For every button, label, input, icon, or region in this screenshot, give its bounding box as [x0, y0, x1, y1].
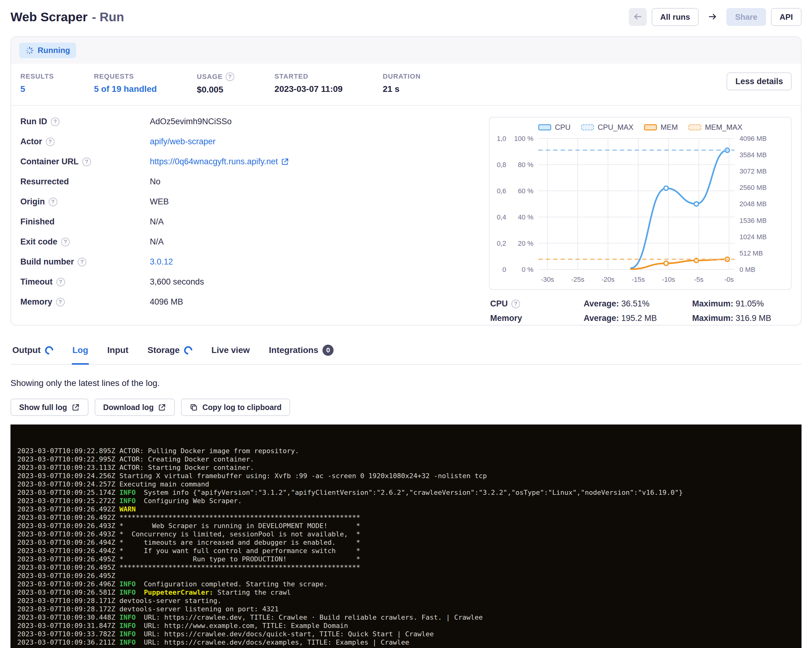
all-runs-button[interactable]: All runs — [652, 8, 699, 26]
help-icon[interactable] — [61, 238, 70, 246]
stat-value: 21 s — [383, 84, 420, 94]
log-line: 2023-03-07T10:09:22.995Z ACTOR: Creating… — [17, 455, 795, 464]
log-line: 2023-03-07T10:09:28.172Z devtools-server… — [17, 605, 795, 613]
help-icon[interactable] — [46, 137, 55, 146]
log-terminal[interactable]: 2023-03-07T10:09:22.895Z ACTOR: Pulling … — [11, 424, 801, 648]
detail-link-build-number[interactable]: 3.0.12 — [150, 257, 173, 267]
log-notice: Showing only the latest lines of the log… — [11, 378, 801, 388]
actor-name: Web Scraper — [11, 10, 87, 24]
stat-value[interactable]: 5 — [20, 84, 54, 94]
external-link-icon — [281, 157, 289, 166]
next-run-button[interactable] — [704, 8, 721, 26]
svg-text:100 %: 100 % — [514, 135, 533, 142]
run-subtitle: - Run — [92, 10, 124, 24]
detail-row: Exit codeN/A — [20, 237, 483, 247]
log-actions: Show full log Download log Copy log to c… — [11, 399, 801, 416]
log-line: 2023-03-07T10:09:26.581Z INFO PuppeteerC… — [17, 588, 795, 596]
help-icon[interactable] — [49, 198, 57, 206]
run-details-list: Run IDAdOz5evimh9NCiSSoActorapify/web-sc… — [20, 117, 483, 323]
detail-row: Run IDAdOz5evimh9NCiSSo — [20, 117, 483, 127]
help-icon[interactable] — [56, 298, 65, 306]
svg-text:0,6: 0,6 — [497, 187, 506, 195]
detail-label: Timeout — [20, 277, 150, 287]
svg-text:60 %: 60 % — [518, 187, 533, 195]
memory-metrics-label: Memory — [490, 314, 583, 323]
legend-item-cpu: CPU — [538, 123, 571, 132]
help-icon[interactable] — [82, 157, 91, 166]
status-badge-label: Running — [38, 46, 70, 55]
tab-live-view[interactable]: Live view — [211, 343, 250, 365]
log-line: 2023-03-07T10:09:22.895Z ACTOR: Pulling … — [17, 447, 795, 455]
stat-started: STARTED2023-03-07 11:09 — [274, 72, 342, 95]
stat-results: RESULTS5 — [20, 72, 54, 95]
legend-label: CPU — [555, 123, 571, 132]
detail-label: Build number — [20, 257, 150, 267]
stat-label: USAGE — [197, 72, 235, 81]
log-line: 2023-03-07T10:09:24.257Z Executing main … — [17, 480, 795, 488]
svg-text:3584 MB: 3584 MB — [740, 151, 767, 159]
log-line: 2023-03-07T10:09:26.495Z * Run type to P… — [17, 555, 795, 563]
detail-link-container-url[interactable]: https://0q64wnacgyft.runs.apify.net — [150, 157, 289, 166]
detail-row: Container URLhttps://0q64wnacgyft.runs.a… — [20, 157, 483, 166]
svg-text:40 %: 40 % — [518, 213, 533, 221]
detail-row: Timeout3,600 seconds — [20, 277, 483, 287]
help-icon[interactable] — [78, 258, 86, 266]
detail-value: N/A — [150, 217, 164, 227]
stat-value[interactable]: 5 of 19 handled — [94, 84, 157, 94]
detail-label: Memory — [20, 297, 150, 307]
share-button[interactable]: Share — [726, 8, 766, 26]
tab-log[interactable]: Log — [72, 343, 89, 365]
svg-text:2048 MB: 2048 MB — [740, 200, 767, 208]
tab-label: Input — [107, 345, 128, 355]
svg-text:-30s: -30s — [541, 276, 554, 283]
legend-swatch — [538, 124, 551, 130]
help-icon[interactable] — [56, 278, 65, 287]
legend-item-cpu-max: CPU_MAX — [581, 123, 633, 132]
run-details-section: Run IDAdOz5evimh9NCiSSoActorapify/web-sc… — [11, 105, 801, 325]
previous-run-button[interactable] — [629, 8, 647, 26]
detail-value: No — [150, 177, 160, 186]
detail-label: Run ID — [20, 117, 150, 127]
detail-label: Exit code — [20, 237, 150, 247]
detail-value: 3,600 seconds — [150, 277, 204, 287]
tab-output[interactable]: Output — [12, 343, 54, 365]
tab-storage[interactable]: Storage — [147, 343, 193, 365]
detail-row: ResurrectedNo — [20, 177, 483, 186]
run-stats: RESULTS5REQUESTS5 of 19 handledUSAGE$0.0… — [20, 72, 421, 95]
detail-link-actor[interactable]: apify/web-scraper — [150, 137, 215, 146]
copy-log-button[interactable]: Copy log to clipboard — [181, 399, 290, 416]
help-icon[interactable] — [51, 117, 60, 126]
run-tabs: OutputLogInputStorageLive viewIntegratio… — [11, 343, 801, 365]
log-line: 2023-03-07T10:09:26.495Z ***************… — [17, 563, 795, 572]
tab-integrations[interactable]: Integrations0 — [268, 343, 334, 365]
tab-label: Integrations — [269, 345, 318, 355]
stats-row: RESULTS5REQUESTS5 of 19 handledUSAGE$0.0… — [11, 64, 801, 105]
show-full-log-button[interactable]: Show full log — [11, 399, 89, 416]
log-line: 2023-03-07T10:09:26.492Z WARN — [17, 505, 795, 513]
svg-text:-10s: -10s — [662, 276, 675, 283]
page-title: Web Scraper - Run — [11, 10, 124, 24]
metrics-chart-box: CPUCPU_MAXMEMMEM_MAX 1,00,80,60,40,20100… — [489, 117, 792, 290]
legend-swatch — [644, 124, 657, 130]
stat-requests: REQUESTS5 of 19 handled — [94, 72, 157, 95]
stat-usage: USAGE$0.005 — [197, 72, 235, 95]
api-button[interactable]: API — [771, 8, 801, 26]
download-log-button[interactable]: Download log — [95, 399, 175, 416]
detail-label: Finished — [20, 217, 150, 227]
loading-spinner-icon — [182, 345, 194, 356]
cpu-average: Average: 36.51% — [583, 299, 692, 309]
svg-text:20 %: 20 % — [518, 239, 533, 247]
stat-label: REQUESTS — [94, 72, 157, 81]
stat-label: STARTED — [274, 72, 342, 81]
log-line: 2023-03-07T10:09:38.599Z INFO URL: https… — [17, 646, 795, 648]
metrics-summary: CPU Average: 36.51% Maximum: 91.05% Memo… — [489, 299, 792, 323]
tab-label: Live view — [212, 345, 250, 355]
stat-value: $0.005 — [197, 85, 235, 95]
tab-input[interactable]: Input — [107, 343, 129, 365]
help-icon[interactable] — [511, 300, 520, 308]
help-icon[interactable] — [226, 72, 234, 81]
legend-swatch — [581, 124, 594, 130]
tab-label: Storage — [147, 345, 179, 355]
svg-text:0,4: 0,4 — [497, 213, 506, 221]
less-details-button[interactable]: Less details — [727, 72, 792, 90]
